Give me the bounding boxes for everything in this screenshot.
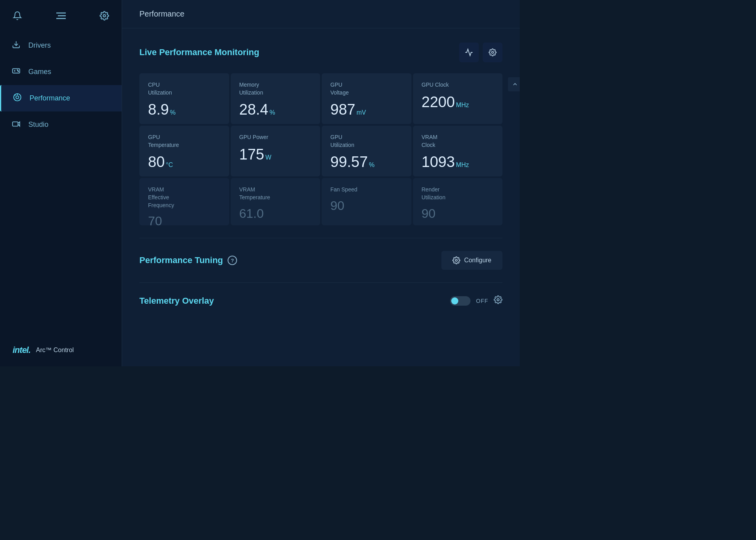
sidebar-header [0, 0, 122, 28]
svg-point-3 [103, 15, 106, 17]
configure-label: Configure [464, 257, 491, 264]
telemetry-title: Telemetry Overlay [139, 296, 214, 306]
svg-point-17 [497, 299, 499, 301]
metric-label: RenderUtilization [422, 186, 494, 201]
metric-label: MemoryUtilization [239, 81, 312, 96]
metric-grid-container: CPUUtilization 8.9% MemoryUtilization 28… [139, 73, 502, 225]
metric-card-cpu-util: CPUUtilization 8.9% [139, 73, 229, 124]
sidebar-item-games[interactable]: Games [0, 59, 122, 85]
metric-card-mem-util: MemoryUtilization 28.4% [231, 73, 321, 124]
metric-label: VRAMEffectiveFrequency [148, 186, 220, 209]
sidebar-item-studio[interactable]: Studio [0, 111, 122, 138]
svg-point-11 [16, 96, 19, 98]
metric-card-vram-clock: VRAMClock 1093MHz [413, 126, 503, 176]
metric-card-render-util: RenderUtilization 90 [413, 178, 503, 225]
toggle-label: OFF [476, 298, 488, 304]
live-monitoring-title: Live Performance Monitoring [139, 47, 259, 58]
sidebar-nav: Drivers Games [0, 32, 122, 334]
svg-point-16 [455, 260, 457, 262]
metric-card-gpu-power: GPU Power 175W [231, 126, 321, 176]
graph-view-button[interactable] [459, 43, 479, 62]
toggle-knob [451, 297, 458, 304]
telemetry-toggle[interactable] [450, 296, 471, 306]
sidebar-item-performance[interactable]: Performance [0, 85, 122, 111]
gear-icon [452, 256, 460, 264]
download-icon [11, 40, 21, 51]
telemetry-controls: OFF [450, 295, 502, 306]
telemetry-overlay-section: Telemetry Overlay OFF [139, 295, 502, 306]
metric-label: GPU Clock [422, 81, 494, 89]
sidebar-item-label: Games [28, 68, 51, 76]
notifications-button[interactable] [13, 11, 22, 20]
metric-value: 80°C [148, 154, 220, 169]
svg-rect-14 [13, 122, 18, 126]
metric-card-gpu-util: GPUUtilization 99.57% [322, 126, 411, 176]
metric-value: 175W [239, 147, 312, 162]
divider-2 [139, 282, 502, 283]
monitoring-settings-button[interactable] [483, 43, 502, 62]
metric-label: CPUUtilization [148, 81, 220, 96]
metric-value: 70 [148, 215, 220, 225]
metric-value: 99.57% [330, 154, 403, 169]
intel-logo: intel. [13, 345, 30, 355]
sidebar-item-label: Drivers [28, 41, 51, 50]
telemetry-settings-icon[interactable] [494, 295, 502, 306]
metric-value: 1093MHz [422, 154, 494, 169]
metric-card-gpu-clock: GPU Clock 2200MHz [413, 73, 503, 124]
metric-value: 28.4% [239, 102, 312, 117]
performance-tuning-section: Performance Tuning ? Configure [139, 251, 502, 270]
svg-point-15 [492, 52, 494, 54]
settings-button[interactable] [100, 11, 109, 20]
scroll-up-button[interactable] [508, 77, 520, 91]
help-icon[interactable]: ? [228, 256, 237, 265]
sidebar-item-label: Performance [30, 94, 70, 102]
metric-label: GPUVoltage [330, 81, 403, 96]
sidebar-item-label: Studio [28, 121, 48, 129]
metric-card-gpu-volt: GPUVoltage 987mV [322, 73, 411, 124]
tuning-title: Performance Tuning ? [139, 255, 237, 265]
metric-value: 987mV [330, 102, 403, 117]
menu-button[interactable] [56, 12, 66, 20]
metric-label: VRAMClock [422, 134, 494, 149]
sidebar-item-drivers[interactable]: Drivers [0, 32, 122, 59]
metric-card-gpu-temp: GPUTemperature 80°C [139, 126, 229, 176]
metric-label: Fan Speed [330, 186, 403, 194]
metric-grid-row3: VRAMEffectiveFrequency 70 VRAMTemperatur… [139, 178, 502, 225]
page-header: Performance [122, 0, 520, 28]
metric-label: VRAMTemperature [239, 186, 312, 201]
metric-card-vram-eff: VRAMEffectiveFrequency 70 [139, 178, 229, 225]
camera-icon [11, 119, 21, 130]
main-body: Live Performance Monitoring [122, 28, 520, 366]
metric-value: 90 [422, 207, 494, 220]
metric-label: GPUUtilization [330, 134, 403, 149]
metric-value: 61.0 [239, 207, 312, 220]
metric-grid-row1: CPUUtilization 8.9% MemoryUtilization 28… [139, 73, 502, 124]
metric-value: 2200MHz [422, 95, 494, 109]
intel-brand-text: Arc™ Control [36, 347, 74, 354]
gamepad-icon [11, 67, 21, 77]
configure-button[interactable]: Configure [441, 251, 502, 270]
main-content-area: Performance Live Performance Monitoring [122, 0, 520, 366]
live-monitoring-header: Live Performance Monitoring [139, 43, 502, 62]
metric-value: 90 [330, 199, 403, 212]
svg-point-8 [17, 70, 18, 71]
metric-card-vram-temp: VRAMTemperature 61.0 [231, 178, 321, 225]
section-actions [459, 43, 502, 62]
sidebar: Drivers Games [0, 0, 122, 366]
sidebar-footer: intel. Arc™ Control [0, 334, 122, 366]
divider-1 [139, 238, 502, 238]
performance-icon [12, 93, 22, 104]
metric-grid-row2: GPUTemperature 80°C GPU Power 175W GPUUt… [139, 126, 502, 176]
metric-label: GPU Power [239, 134, 312, 141]
metric-value: 8.9% [148, 102, 220, 117]
metric-card-fan-speed: Fan Speed 90 [322, 178, 411, 225]
svg-point-9 [18, 71, 19, 72]
page-title: Performance [139, 9, 185, 18]
metric-label: GPUTemperature [148, 134, 220, 149]
